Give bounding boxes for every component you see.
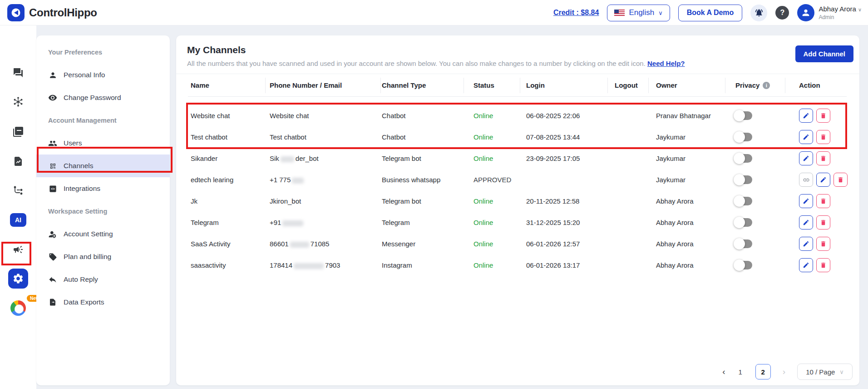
edit-button[interactable] (799, 109, 813, 123)
privacy-toggle[interactable] (735, 218, 752, 227)
help-button[interactable]: ? (775, 6, 789, 20)
chats-icon[interactable] (0, 67, 36, 78)
sidebar-item-change-password[interactable]: Change Password (36, 86, 170, 109)
sidebar-item-data-exports[interactable]: Data Exports (36, 291, 170, 314)
notifications-button[interactable] (750, 5, 767, 21)
table-row: JkJkiron_botTelegram botOnline20-11-2025… (188, 190, 847, 212)
hub-icon[interactable] (0, 96, 36, 107)
info-icon[interactable]: i (763, 82, 770, 89)
edit-button[interactable] (799, 194, 813, 208)
pagination-prev[interactable]: ‹ (722, 367, 725, 377)
sidebar-item-account-setting[interactable]: Account Setting (36, 223, 170, 245)
cell-status: APPROVED (464, 176, 520, 184)
cell-status: Online (464, 261, 520, 269)
integrations-icon: <> (48, 184, 57, 193)
table-row: Test chatbotTest chatbotChatbotOnline07-… (188, 126, 847, 148)
browser-extension-icon[interactable]: New (0, 300, 36, 316)
sidebar-item-plan-and-billing[interactable]: Plan and billing (36, 245, 170, 268)
delete-button[interactable] (833, 173, 848, 187)
book-demo-button[interactable]: Book A Demo (678, 5, 743, 21)
privacy-toggle[interactable] (735, 111, 752, 120)
sidebar-item-label: Users (64, 139, 82, 147)
cell-login: 07-08-2025 13:44 (520, 133, 608, 141)
cell-login: 06-01-2026 12:57 (520, 240, 608, 248)
edit-button[interactable] (799, 151, 813, 165)
sidebar-item-channels[interactable]: Channels (36, 155, 170, 177)
sidebar-item-auto-reply[interactable]: Auto Reply (36, 268, 170, 291)
add-channel-button[interactable]: Add Channel (795, 45, 854, 62)
cell-status: Online (464, 219, 520, 226)
cell-contact: 1784147903 (266, 261, 381, 269)
cell-status: Online (464, 240, 520, 248)
workflow-icon[interactable] (0, 185, 36, 196)
user-name: Abhay Arora (819, 5, 856, 13)
pagination-next[interactable]: › (783, 367, 785, 377)
edit-button[interactable] (816, 173, 830, 187)
delete-button[interactable] (816, 258, 830, 272)
cell-actions (785, 130, 847, 144)
delete-button[interactable] (816, 237, 830, 251)
controlhippo-logo-icon (7, 4, 25, 21)
cell-privacy (725, 197, 785, 205)
delete-button[interactable] (816, 215, 830, 229)
pagination-page-2[interactable]: 2 (755, 364, 771, 379)
status-value: Online (473, 261, 493, 269)
cell-name: SaaS Activity (188, 240, 266, 248)
edit-button[interactable] (799, 130, 813, 144)
brand: ControlHippo (7, 4, 97, 21)
documents-icon[interactable] (0, 126, 36, 137)
cell-channel-type: Business whatsapp (381, 176, 464, 184)
privacy-toggle[interactable] (735, 175, 752, 184)
cell-owner: Pranav Bhatnagar (649, 112, 725, 120)
chevron-down-icon: ∨ (858, 7, 862, 12)
status-value: Online (473, 155, 493, 162)
privacy-toggle[interactable] (735, 239, 752, 248)
edit-button[interactable] (799, 215, 813, 229)
cell-channel-type: Telegram bot (381, 155, 464, 162)
ai-icon[interactable]: AI (0, 213, 36, 227)
edit-button[interactable] (799, 258, 813, 272)
settings-icon[interactable] (0, 269, 36, 289)
announcements-icon[interactable] (0, 244, 36, 255)
language-selector[interactable]: English ∨ (607, 5, 670, 21)
pagination-page-1[interactable]: 1 (737, 368, 744, 376)
credit-link[interactable]: Credit : $8.84 (553, 9, 599, 17)
pagination: ‹12›10 / Page∨ (722, 364, 853, 380)
table-row: Telegram+91TelegramOnline31-12-2025 15:2… (188, 212, 847, 233)
column-header-phone-number-email: Phone Number / Email (266, 78, 381, 93)
sidebar-item-integrations[interactable]: <>Integrations (36, 177, 170, 200)
delete-button[interactable] (816, 130, 830, 144)
privacy-toggle[interactable] (735, 197, 752, 205)
privacy-toggle[interactable] (735, 154, 752, 163)
sidebar-item-label: Auto Reply (64, 275, 98, 284)
chevron-down-icon: ∨ (839, 369, 844, 375)
sidebar-section-heading: Your Preferences (36, 41, 170, 64)
toggle-knob (734, 110, 745, 121)
settings-sidebar: Your PreferencesPersonal InfoChange Pass… (36, 35, 170, 385)
column-label: Name (191, 81, 209, 89)
cell-name: Test chatbot (188, 133, 266, 141)
reports-icon[interactable] (0, 156, 36, 167)
column-label: Action (799, 81, 820, 89)
redacted-text (282, 220, 303, 226)
top-bar: ControlHippo Credit : $8.84 English ∨ Bo… (0, 0, 868, 25)
sidebar-item-users[interactable]: Users (36, 132, 170, 155)
delete-button[interactable] (816, 151, 830, 165)
privacy-toggle[interactable] (735, 133, 752, 141)
cell-name: saasactivity (188, 261, 266, 269)
need-help-link[interactable]: Need Help? (647, 60, 685, 67)
delete-button[interactable] (816, 109, 830, 123)
link-button[interactable] (799, 173, 813, 187)
cell-actions (785, 215, 847, 229)
sidebar-item-personal-info[interactable]: Personal Info (36, 64, 170, 86)
delete-button[interactable] (816, 194, 830, 208)
user-menu[interactable]: Abhay Arora∨ Admin (797, 4, 862, 21)
redacted-text (281, 156, 294, 162)
toggle-knob (734, 131, 745, 143)
toggle-knob (734, 195, 745, 207)
edit-button[interactable] (799, 237, 813, 251)
sidebar-section-heading: Account Management (36, 109, 170, 132)
sidebar-item-label: Data Exports (64, 298, 104, 306)
page-size-select[interactable]: 10 / Page∨ (797, 364, 853, 380)
privacy-toggle[interactable] (735, 261, 752, 269)
